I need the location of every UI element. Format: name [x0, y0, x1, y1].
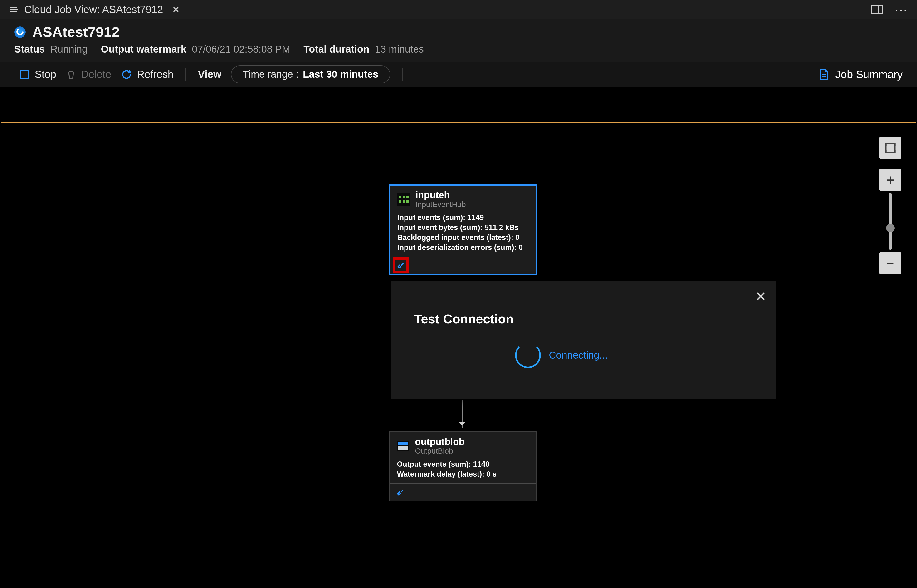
- svg-rect-3: [886, 143, 895, 152]
- node-metric: Backlogged input events (latest): 0: [397, 233, 529, 242]
- more-icon[interactable]: ···: [895, 2, 907, 17]
- diagram-node-input[interactable]: inputeh InputEventHub Input events (sum)…: [389, 184, 538, 275]
- view-label: View: [198, 68, 221, 80]
- document-icon: [818, 68, 830, 81]
- delete-button: Delete: [66, 68, 111, 80]
- svg-rect-13: [398, 446, 408, 450]
- node-metric: Input event bytes (sum): 511.2 kBs: [397, 223, 529, 233]
- split-pane-icon[interactable]: [871, 3, 883, 16]
- node-metrics: Output events (sum): 1148 Watermark dela…: [390, 458, 536, 483]
- test-connection-button[interactable]: [394, 486, 407, 498]
- job-summary-label: Job Summary: [835, 68, 903, 81]
- toolbar-separator: [185, 68, 186, 81]
- flow-arrow-icon: [462, 400, 463, 428]
- svg-rect-7: [407, 195, 409, 198]
- svg-rect-12: [398, 442, 408, 445]
- node-type: InputEventHub: [415, 200, 466, 209]
- node-metric: Input events (sum): 1149: [397, 213, 529, 223]
- diagram-node-output[interactable]: outputblob OutputBlob Output events (sum…: [389, 431, 536, 501]
- spinner-icon: [515, 342, 541, 368]
- tab-close-icon[interactable]: ×: [173, 4, 179, 15]
- time-range-value: Last 30 minutes: [303, 69, 378, 80]
- svg-rect-5: [399, 195, 401, 198]
- zoom-in-button[interactable]: ＋: [880, 169, 901, 191]
- svg-rect-10: [407, 200, 409, 203]
- zoom-slider[interactable]: [880, 191, 901, 252]
- titlebar-actions: ···: [871, 0, 907, 19]
- svg-rect-8: [399, 200, 401, 203]
- toolbar-separator: [402, 68, 403, 81]
- svg-rect-2: [21, 70, 29, 78]
- dialog-title: Test Connection: [391, 281, 776, 326]
- stop-label: Stop: [35, 68, 57, 80]
- refresh-label: Refresh: [137, 68, 173, 80]
- view-button[interactable]: View: [198, 68, 221, 80]
- svg-rect-9: [403, 200, 405, 203]
- node-name: outputblob: [415, 436, 465, 447]
- job-header: ASAtest7912 Status Running Output waterm…: [0, 19, 917, 62]
- node-name: inputeh: [415, 190, 466, 200]
- stop-button[interactable]: Stop: [19, 68, 57, 80]
- duration-label: Total duration: [303, 44, 369, 55]
- time-range-label: Time range :: [243, 69, 298, 80]
- refresh-button[interactable]: Refresh: [121, 68, 173, 80]
- node-metric: Watermark delay (latest): 0 s: [397, 469, 529, 479]
- job-summary-button[interactable]: Job Summary: [818, 68, 903, 81]
- menu-icon[interactable]: [10, 5, 19, 14]
- status-value: Running: [50, 44, 87, 55]
- zoom-out-button[interactable]: －: [880, 252, 901, 274]
- test-connection-dialog: ✕ Test Connection Connecting...: [391, 281, 776, 399]
- watermark-value: 07/06/21 02:58:08 PM: [192, 44, 290, 55]
- job-title: ASAtest7912: [32, 24, 120, 40]
- node-metric: Input deserialization errors (sum): 0: [397, 242, 529, 252]
- close-icon[interactable]: ✕: [755, 290, 766, 304]
- node-metric: Output events (sum): 1148: [397, 459, 529, 469]
- delete-label: Delete: [81, 68, 111, 80]
- node-metrics: Input events (sum): 1149 Input event byt…: [390, 211, 536, 257]
- watermark-label: Output watermark: [101, 44, 186, 55]
- svg-rect-4: [397, 193, 410, 205]
- zoom-controls: ＋ －: [880, 137, 901, 274]
- job-icon: [14, 26, 26, 38]
- dialog-status-text: Connecting...: [549, 349, 608, 361]
- zoom-fit-button[interactable]: [880, 137, 901, 159]
- toolbar: Stop Delete Refresh View Time range : La…: [0, 62, 917, 87]
- test-connection-button[interactable]: [395, 259, 407, 271]
- diagram-canvas[interactable]: ＋ － inputeh InputEventHub: [2, 123, 915, 586]
- status-label: Status: [14, 44, 45, 55]
- tab-bar: Cloud Job View: ASAtest7912 × ···: [0, 0, 917, 19]
- eventhub-icon: [397, 192, 411, 207]
- time-range-picker[interactable]: Time range : Last 30 minutes: [231, 65, 390, 83]
- job-meta: Status Running Output watermark 07/06/21…: [14, 44, 903, 55]
- duration-value: 13 minutes: [375, 44, 424, 55]
- svg-rect-0: [872, 5, 882, 14]
- node-type: OutputBlob: [415, 447, 465, 456]
- blob-icon: [396, 439, 410, 453]
- svg-rect-6: [403, 195, 405, 198]
- tab-title[interactable]: Cloud Job View: ASAtest7912: [24, 3, 163, 15]
